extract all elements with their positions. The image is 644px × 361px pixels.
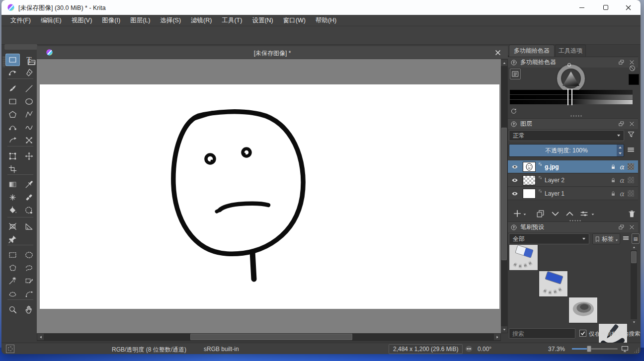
tool-polygon[interactable] (5, 108, 20, 121)
tool-assistants[interactable] (5, 220, 20, 232)
menu-滤镜[interactable]: 滤镜(R) (186, 15, 217, 26)
tool-select-ellipse[interactable] (22, 249, 36, 261)
tool-rectangle[interactable] (5, 95, 20, 108)
tool-dynamic-brush[interactable] (5, 134, 20, 146)
layer-filter-icon[interactable] (627, 130, 636, 139)
duplicate-layer-button[interactable] (534, 208, 546, 219)
float-docker-icon[interactable] (618, 121, 625, 127)
color-settings-button[interactable] (510, 69, 521, 79)
move-layer-up-button[interactable] (564, 208, 575, 219)
search-in-tag-checkbox[interactable] (579, 330, 586, 337)
brush-details-icon[interactable]: ▤ (632, 233, 640, 244)
brush-grid-scrollbar[interactable] (631, 244, 637, 325)
tool-multibrush[interactable] (22, 134, 36, 146)
tool-select-freehand[interactable] (22, 262, 36, 274)
layer-visibility-icon[interactable] (511, 176, 519, 184)
scroll-down-arrow[interactable] (631, 319, 637, 325)
no-color-button[interactable] (629, 65, 636, 74)
resize-grip[interactable] (634, 347, 640, 353)
brush-preset-airbrush-soft[interactable] (568, 297, 598, 323)
menu-图层[interactable]: 图层(L) (125, 15, 155, 26)
layer-lock-icon[interactable] (610, 177, 617, 184)
layer-row-Layer-1[interactable]: Layer 1α (508, 187, 638, 200)
zoom-slider-handle[interactable] (587, 346, 591, 352)
tool-line[interactable] (22, 82, 36, 95)
alpha-inherit-icon[interactable] (628, 177, 634, 183)
color-wheel[interactable] (557, 65, 585, 92)
layer-name[interactable]: g.jpg (545, 163, 559, 170)
tool-freehand-brush[interactable] (5, 82, 20, 95)
tool-transform[interactable] (5, 150, 20, 162)
tool-select-polygon[interactable] (5, 262, 20, 274)
layer-name[interactable]: Layer 2 (545, 177, 564, 184)
color-triangle[interactable] (563, 72, 579, 86)
eye-icon[interactable] (511, 190, 519, 198)
move-layer-down-button[interactable] (549, 208, 561, 219)
selection-mode-icon[interactable] (6, 345, 14, 353)
close-docker-icon[interactable] (629, 224, 635, 230)
menu-帮助[interactable]: 帮助(H) (311, 15, 341, 26)
layer-thumbnail[interactable] (523, 189, 536, 199)
vertical-scroll-thumb[interactable] (501, 128, 507, 260)
tool-polyline[interactable] (22, 108, 36, 121)
tool-freehand-path[interactable] (22, 121, 36, 134)
canvas-rotation-icon[interactable] (465, 345, 473, 353)
menu-文件[interactable]: 文件(F) (5, 15, 36, 26)
minimize-button[interactable] (570, 0, 593, 15)
wheel-handle[interactable] (567, 63, 571, 67)
close-button[interactable] (617, 0, 640, 15)
tool-zoom[interactable] (5, 303, 20, 316)
vertical-scrollbar[interactable] (501, 59, 508, 333)
brush-preset-eraser-small[interactable] (509, 244, 538, 271)
eye-icon[interactable] (511, 176, 519, 184)
menu-视图[interactable]: 视图(V) (67, 15, 97, 26)
tool-edit-shapes[interactable] (5, 67, 20, 79)
layer-blend-mode-select[interactable]: 正常 (509, 130, 624, 141)
brush-scroll-thumb[interactable] (631, 251, 637, 263)
tool-crop[interactable] (5, 163, 20, 175)
layer-visibility-icon[interactable] (511, 190, 519, 198)
monitor-zoom-icon[interactable] (621, 345, 629, 353)
float-docker-icon[interactable] (618, 59, 625, 66)
close-document-icon[interactable] (495, 50, 501, 56)
docker-resize-handle[interactable] (570, 115, 583, 117)
horizontal-scroll-thumb[interactable] (190, 334, 352, 340)
layer-row-Layer-2[interactable]: Layer 2α (508, 174, 638, 187)
scroll-left-arrow[interactable] (37, 334, 44, 340)
brush-search-input[interactable] (509, 328, 575, 339)
layer-thumbnail[interactable] (523, 175, 536, 185)
layer-row-g-jpg[interactable]: g.jpgα (508, 160, 638, 173)
layer-properties-button[interactable] (578, 208, 590, 219)
tab-tool-options[interactable]: 工具选项 (555, 45, 586, 57)
tool-select-rectangle[interactable] (5, 249, 20, 261)
tool-fill[interactable] (5, 204, 20, 217)
shade-marker[interactable] (567, 89, 568, 105)
tool-reference-images[interactable] (5, 233, 20, 245)
alpha-lock-icon[interactable]: α (620, 176, 624, 184)
layer-name[interactable]: Layer 1 (545, 190, 564, 197)
layers-docker-header[interactable]: 图层 (508, 118, 638, 129)
layer-lock-icon[interactable] (610, 163, 617, 170)
tool-smart-patch[interactable] (22, 191, 36, 204)
brush-filter-select[interactable]: 全部 (509, 233, 589, 244)
tool-select-magnetic[interactable] (22, 288, 36, 300)
tool-bezier-curve[interactable] (5, 121, 20, 134)
docker-lock-icon[interactable] (510, 121, 517, 128)
brush-preset-eraser-soft[interactable] (539, 271, 568, 297)
delete-layer-button[interactable] (626, 208, 638, 219)
opacity-spinner[interactable] (617, 144, 624, 156)
shade-marker[interactable] (571, 89, 572, 105)
tool-select-bezier[interactable] (5, 288, 20, 300)
tool-pan[interactable] (22, 303, 36, 316)
color-history-refresh-button[interactable] (510, 107, 517, 117)
brush-docker-header[interactable]: 笔刷预设 (508, 221, 638, 232)
tool-select-similar-color[interactable] (5, 275, 20, 287)
canvas[interactable] (40, 84, 499, 309)
tool-text[interactable]: T (22, 54, 36, 66)
alpha-lock-icon[interactable]: α (620, 190, 624, 198)
alpha-inherit-icon[interactable] (628, 163, 634, 170)
tag-button[interactable]: 标签 (592, 233, 620, 244)
layer-visibility-icon[interactable] (511, 163, 519, 171)
layer-options-icon[interactable] (627, 145, 635, 154)
tool-select-shapes[interactable] (5, 54, 20, 66)
